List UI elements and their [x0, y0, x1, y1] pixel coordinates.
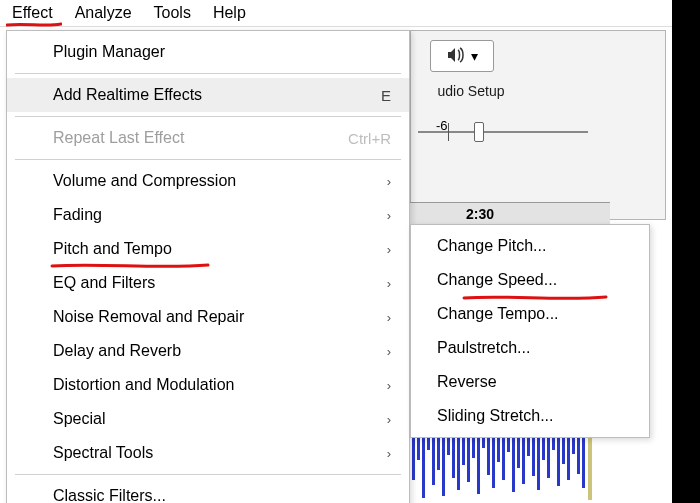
chevron-right-icon: › — [387, 208, 391, 223]
menu-item-distortion-modulation[interactable]: Distortion and Modulation › — [7, 368, 409, 402]
menu-separator — [15, 116, 401, 117]
svg-rect-36 — [588, 430, 592, 500]
menu-item-shortcut: Ctrl+R — [348, 130, 391, 147]
menu-item-classic-filters[interactable]: Classic Filters... — [7, 479, 409, 503]
menu-item-delay-reverb[interactable]: Delay and Reverb › — [7, 334, 409, 368]
menu-separator — [15, 159, 401, 160]
menu-item-volume-compression[interactable]: Volume and Compression › — [7, 164, 409, 198]
timeline-ruler[interactable]: 2:30 — [410, 202, 610, 226]
menu-item-label: Reverse — [437, 373, 497, 391]
dropdown-caret-icon: ▾ — [471, 48, 478, 64]
audio-setup-button[interactable]: udio Setup — [418, 78, 524, 104]
gain-slider[interactable]: -6 — [418, 120, 588, 144]
submenu-item-paulstretch[interactable]: Paulstretch... — [411, 331, 649, 365]
menu-item-label: Noise Removal and Repair — [53, 308, 244, 326]
chevron-right-icon: › — [387, 446, 391, 461]
menu-item-label: Paulstretch... — [437, 339, 530, 357]
menu-item-label: Change Pitch... — [437, 237, 546, 255]
chevron-right-icon: › — [387, 276, 391, 291]
menu-item-label: Spectral Tools — [53, 444, 153, 462]
svg-rect-3 — [422, 430, 425, 498]
menu-item-add-realtime-effects[interactable]: Add Realtime Effects E — [7, 78, 409, 112]
chevron-right-icon: › — [387, 174, 391, 189]
menu-item-label: Change Tempo... — [437, 305, 559, 323]
menu-item-noise-removal[interactable]: Noise Removal and Repair › — [7, 300, 409, 334]
svg-rect-30 — [557, 430, 560, 486]
menu-item-label: Fading — [53, 206, 102, 224]
menu-item-label: Pitch and Tempo — [53, 240, 172, 258]
menu-item-label: Classic Filters... — [53, 487, 166, 503]
menu-separator — [15, 73, 401, 74]
menu-separator — [15, 474, 401, 475]
svg-rect-7 — [442, 430, 445, 496]
menubar-item-help[interactable]: Help — [213, 4, 246, 22]
menu-item-label: Sliding Stretch... — [437, 407, 554, 425]
menu-item-pitch-and-tempo[interactable]: Pitch and Tempo › — [7, 232, 409, 266]
slider-thumb[interactable] — [474, 122, 484, 142]
svg-rect-21 — [512, 430, 515, 492]
effect-menu-dropdown: Plugin Manager Add Realtime Effects E Re… — [6, 30, 410, 503]
svg-rect-5 — [432, 430, 435, 485]
menu-item-fading[interactable]: Fading › — [7, 198, 409, 232]
menu-item-label: Volume and Compression — [53, 172, 236, 190]
submenu-item-sliding-stretch[interactable]: Sliding Stretch... — [411, 399, 649, 433]
submenu-item-reverse[interactable]: Reverse — [411, 365, 649, 399]
menu-item-repeat-last-effect: Repeat Last Effect Ctrl+R — [7, 121, 409, 155]
chevron-right-icon: › — [387, 310, 391, 325]
submenu-item-change-pitch[interactable]: Change Pitch... — [411, 229, 649, 263]
menubar-item-analyze[interactable]: Analyze — [75, 4, 132, 22]
chevron-right-icon: › — [387, 242, 391, 257]
menu-item-label: Add Realtime Effects — [53, 86, 202, 104]
slider-tick-label: -6 — [436, 118, 448, 133]
pitch-tempo-submenu: Change Pitch... Change Speed... Change T… — [410, 224, 650, 438]
window-edge-strip — [672, 0, 700, 503]
chevron-right-icon: › — [387, 378, 391, 393]
menu-item-plugin-manager[interactable]: Plugin Manager — [7, 35, 409, 69]
menu-item-spectral-tools[interactable]: Spectral Tools › — [7, 436, 409, 470]
menu-item-label: EQ and Filters — [53, 274, 155, 292]
menu-item-label: Change Speed... — [437, 271, 557, 289]
waveform-preview — [410, 430, 610, 500]
svg-rect-26 — [537, 430, 540, 490]
menu-item-label: Repeat Last Effect — [53, 129, 184, 147]
menu-item-eq-and-filters[interactable]: EQ and Filters › — [7, 266, 409, 300]
chevron-right-icon: › — [387, 344, 391, 359]
svg-rect-35 — [582, 430, 585, 488]
playback-volume-button[interactable]: ▾ — [430, 40, 494, 72]
svg-rect-10 — [457, 430, 460, 490]
menu-item-special[interactable]: Special › — [7, 402, 409, 436]
slider-tick — [448, 123, 449, 141]
speaker-icon — [447, 47, 467, 66]
menubar-item-effect[interactable]: Effect — [12, 4, 53, 22]
submenu-item-change-tempo[interactable]: Change Tempo... — [411, 297, 649, 331]
timeline-marker-label: 2:30 — [466, 206, 494, 222]
chevron-right-icon: › — [387, 412, 391, 427]
menubar: Effect Analyze Tools Help — [0, 0, 700, 27]
menu-item-label: Plugin Manager — [53, 43, 165, 61]
menu-item-shortcut: E — [381, 87, 391, 104]
svg-rect-17 — [492, 430, 495, 488]
menubar-item-tools[interactable]: Tools — [154, 4, 191, 22]
menu-item-label: Distortion and Modulation — [53, 376, 234, 394]
audio-setup-label: udio Setup — [438, 83, 505, 99]
menu-item-label: Special — [53, 410, 105, 428]
svg-rect-14 — [477, 430, 480, 494]
svg-rect-23 — [522, 430, 525, 484]
menu-item-label: Delay and Reverb — [53, 342, 181, 360]
submenu-item-change-speed[interactable]: Change Speed... — [411, 263, 649, 297]
